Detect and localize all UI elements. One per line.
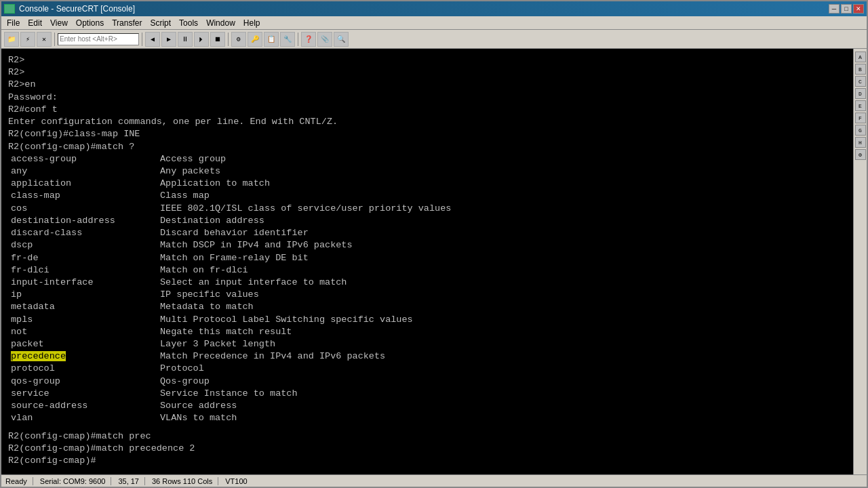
menu-file[interactable]: File <box>3 18 24 28</box>
toolbar-sep-1 <box>54 33 55 46</box>
toolbar: 📁 ⚡ ✕ ◀ ▶ ⏸ ⏵ ⏹ ⚙ 🔑 📋 🔧 ❓ 📎 🔍 <box>1 30 867 49</box>
line-2: R2> <box>8 66 846 79</box>
line-5: R2#conf t <box>8 104 846 116</box>
toolbar-btn-8[interactable]: ⏹ <box>210 32 225 47</box>
maximize-button[interactable]: □ <box>841 4 852 14</box>
sidebar-btn-1[interactable]: A <box>855 52 866 62</box>
toolbar-btn-7[interactable]: ⏵ <box>194 32 209 47</box>
window-title: Console - SecureCRT [Console] <box>19 4 135 14</box>
menu-script[interactable]: Script <box>146 18 175 28</box>
toolbar-sep-4 <box>298 33 298 46</box>
app-icon <box>4 4 15 14</box>
toolbar-sep-3 <box>228 33 229 46</box>
sidebar-btn-4[interactable]: D <box>855 88 866 99</box>
toolbar-btn-3[interactable]: ✕ <box>37 32 52 47</box>
toolbar-btn-15[interactable]: 🔍 <box>334 32 349 47</box>
match-options-table: access-groupAccess group anyAny packets … <box>8 153 846 425</box>
menu-window[interactable]: Window <box>202 18 239 28</box>
line-6: Enter configuration commands, one per li… <box>8 116 846 128</box>
toolbar-btn-10[interactable]: 🔑 <box>248 32 262 47</box>
sidebar-btn-3[interactable]: C <box>855 76 866 87</box>
status-ready: Ready <box>5 477 33 485</box>
menu-options[interactable]: Options <box>72 18 108 28</box>
window-controls: ─ □ ✕ <box>829 4 864 14</box>
match-option-mpls: mplsMulti Protocol Label Switching speci… <box>11 314 846 326</box>
menu-view[interactable]: View <box>46 18 72 28</box>
sidebar-btn-8[interactable]: H <box>855 137 866 148</box>
match-option-input-interface: input-interfaceSelect an input interface… <box>11 277 846 289</box>
match-option-fr-dlci: fr-dlciMatch on fr-dlci <box>11 264 846 277</box>
match-option-destination-address: destination-addressDestination address <box>11 215 846 227</box>
toolbar-btn-9[interactable]: ⚙ <box>231 32 246 47</box>
line-8: R2(config-cmap)#match ? <box>8 141 846 153</box>
sidebar-btn-2[interactable]: B <box>855 64 866 75</box>
highlighted-precedence: precedence <box>11 351 66 361</box>
terminal[interactable]: R2> R2> R2>en Password: R2#conf t Enter … <box>1 49 853 474</box>
title-bar: Console - SecureCRT [Console] ─ □ ✕ <box>1 1 867 16</box>
match-option-qos-group: qos-groupQos-group <box>11 375 846 388</box>
match-option-class-map: class-mapClass map <box>11 190 846 202</box>
line-3: R2>en <box>8 79 846 91</box>
main-area: R2> R2> R2>en Password: R2#conf t Enter … <box>1 49 867 474</box>
match-option-application: applicationApplication to match <box>11 178 846 190</box>
menu-edit[interactable]: Edit <box>24 18 46 28</box>
toolbar-btn-2[interactable]: ⚡ <box>20 32 35 47</box>
status-encoding: VT100 <box>225 477 252 485</box>
terminal-content: R2> R2> R2>en Password: R2#conf t Enter … <box>8 54 846 467</box>
main-window: Console - SecureCRT [Console] ─ □ ✕ File… <box>0 0 868 488</box>
menu-bar: File Edit View Options Transfer Script T… <box>1 16 867 30</box>
status-serial: Serial: COM9: 9600 <box>40 477 112 485</box>
sidebar-btn-5[interactable]: E <box>855 100 866 111</box>
menu-tools[interactable]: Tools <box>175 18 202 28</box>
sidebar-btn-7[interactable]: G <box>855 125 866 136</box>
match-option-discard-class: discard-classDiscard behavior identifier <box>11 227 846 239</box>
status-rows-cols: 36 Rows 110 Cols <box>152 477 218 485</box>
right-sidebar: A B C D E F G H ⚙ <box>853 49 867 474</box>
toolbar-btn-5[interactable]: ▶ <box>161 32 176 47</box>
bottom-line-2: R2(config-cmap)#match precedence 2 <box>8 443 846 455</box>
menu-help[interactable]: Help <box>239 18 264 28</box>
toolbar-btn-14[interactable]: 📎 <box>317 32 332 47</box>
match-option-source-address: source-addressSource address <box>11 400 846 412</box>
match-option-not: notNegate this match result <box>11 326 846 338</box>
match-option-dscp: dscpMatch DSCP in IPv4 and IPv6 packets <box>11 239 846 251</box>
toolbar-sep-2 <box>142 33 142 46</box>
line-1: R2> <box>8 54 846 66</box>
match-option-any: anyAny packets <box>11 165 846 178</box>
status-position: 35, 17 <box>118 477 145 485</box>
match-option-vlan: vlanVLANs to match <box>11 412 846 424</box>
close-button[interactable]: ✕ <box>853 4 864 14</box>
match-option-ip: ipIP specific values <box>11 289 846 301</box>
host-input[interactable] <box>58 33 139 45</box>
line-4: Password: <box>8 92 846 104</box>
match-option-service: serviceService Instance to match <box>11 388 846 400</box>
sidebar-btn-6[interactable]: F <box>855 113 866 123</box>
toolbar-btn-6[interactable]: ⏸ <box>178 32 193 47</box>
match-option-precedence: precedenceMatch Precedence in IPv4 and I… <box>11 350 846 363</box>
toolbar-btn-11[interactable]: 📋 <box>264 32 279 47</box>
status-bar: Ready Serial: COM9: 9600 35, 17 36 Rows … <box>1 474 867 487</box>
match-option-metadata: metadataMetadata to match <box>11 301 846 313</box>
bottom-line-1: R2(config-cmap)#match prec <box>8 430 846 443</box>
match-option-packet: packetLayer 3 Packet length <box>11 338 846 350</box>
menu-transfer[interactable]: Transfer <box>108 18 146 28</box>
toolbar-btn-1[interactable]: 📁 <box>4 32 19 47</box>
match-option-protocol: protocolProtocol <box>11 363 846 375</box>
match-option-cos: cosIEEE 802.1Q/ISL class of service/user… <box>11 203 846 215</box>
minimize-button[interactable]: ─ <box>829 4 840 14</box>
toolbar-btn-4[interactable]: ◀ <box>145 32 160 47</box>
toolbar-btn-12[interactable]: 🔧 <box>280 32 295 47</box>
line-7: R2(config)#class-map INE <box>8 128 846 140</box>
sidebar-btn-9[interactable]: ⚙ <box>855 149 866 160</box>
toolbar-btn-13[interactable]: ❓ <box>301 32 316 47</box>
match-option-fr-de: fr-deMatch on Frame-relay DE bit <box>11 252 846 264</box>
bottom-line-3: R2(config-cmap)# <box>8 455 846 467</box>
match-option-access-group: access-groupAccess group <box>11 153 846 165</box>
